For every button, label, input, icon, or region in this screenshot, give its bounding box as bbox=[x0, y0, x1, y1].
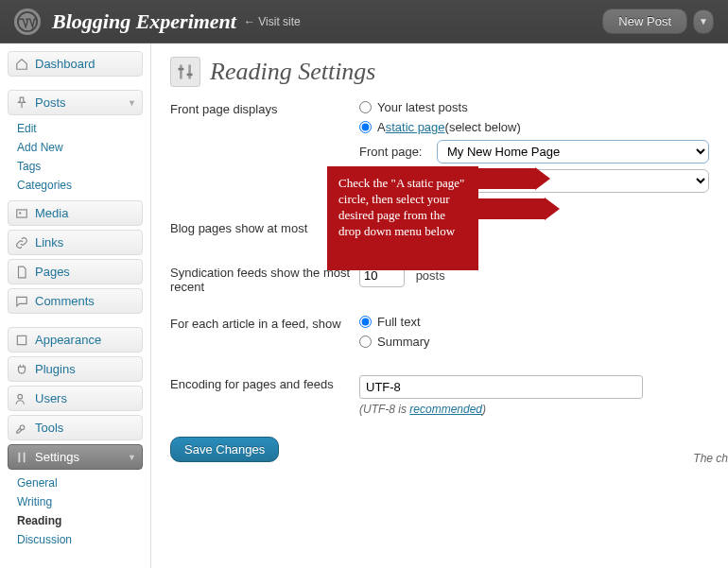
top-bar: Blogging Experiment ← Visit site New Pos… bbox=[0, 0, 728, 43]
radio-label-suffix: (select below) bbox=[445, 120, 521, 134]
annotation-arrow-icon bbox=[478, 168, 535, 189]
tools-icon bbox=[14, 422, 29, 435]
radio-static-page-input[interactable] bbox=[359, 121, 372, 133]
pin-icon bbox=[14, 96, 29, 110]
radio-static-page[interactable]: A static page (select below) bbox=[359, 120, 709, 134]
sidebar-item-comments[interactable]: Comments bbox=[8, 288, 143, 314]
submenu-general[interactable]: General bbox=[13, 473, 143, 492]
sidebar-item-settings[interactable]: Settings ▼ bbox=[8, 444, 143, 470]
users-icon bbox=[14, 392, 29, 405]
wordpress-logo-icon bbox=[14, 9, 41, 35]
radio-latest-posts[interactable]: Your latest posts bbox=[359, 100, 709, 114]
label-front-page: Front page: bbox=[359, 145, 437, 159]
posts-suffix: posts bbox=[416, 268, 445, 283]
sidebar-item-label: Posts bbox=[35, 95, 66, 110]
svg-point-2 bbox=[19, 212, 21, 214]
radio-label: Your latest posts bbox=[377, 100, 468, 114]
link-icon bbox=[14, 236, 29, 250]
svg-rect-8 bbox=[188, 65, 191, 79]
radio-latest-posts-input[interactable] bbox=[359, 101, 372, 113]
sliders-icon bbox=[170, 57, 200, 87]
label-front-page-displays: Front page displays bbox=[170, 100, 359, 116]
sidebar-item-media[interactable]: Media bbox=[8, 200, 143, 226]
home-icon bbox=[14, 58, 29, 71]
sidebar-item-pages[interactable]: Pages bbox=[8, 259, 143, 284]
new-post-button[interactable]: New Post bbox=[602, 9, 687, 34]
sidebar-item-links[interactable]: Links bbox=[8, 230, 143, 255]
sidebar-item-label: Plugins bbox=[35, 362, 76, 376]
svg-rect-7 bbox=[180, 65, 182, 79]
plugin-icon bbox=[14, 363, 29, 376]
sidebar-item-appearance[interactable]: Appearance bbox=[8, 327, 143, 353]
submenu-categories[interactable]: Categories bbox=[13, 176, 143, 195]
page-icon bbox=[14, 266, 29, 279]
site-title[interactable]: Blogging Experiment bbox=[52, 9, 236, 34]
svg-rect-6 bbox=[24, 452, 26, 462]
sidebar-item-label: Links bbox=[35, 235, 63, 250]
submenu-add-new[interactable]: Add New bbox=[13, 138, 143, 157]
radio-label-prefix: A bbox=[377, 120, 386, 134]
sidebar-item-label: Media bbox=[35, 206, 68, 220]
sidebar-item-label: Pages bbox=[35, 265, 70, 279]
submenu-discussion[interactable]: Discussion bbox=[13, 530, 143, 549]
front-page-select[interactable]: My New Home Page bbox=[437, 140, 709, 164]
sidebar-item-label: Dashboard bbox=[35, 57, 95, 71]
radio-full-text-input[interactable] bbox=[359, 316, 372, 328]
sidebar-item-tools[interactable]: Tools bbox=[8, 415, 143, 440]
sidebar-item-label: Appearance bbox=[35, 333, 101, 347]
encoding-input[interactable] bbox=[359, 375, 643, 399]
svg-rect-9 bbox=[179, 68, 184, 71]
sidebar-item-label: Comments bbox=[35, 294, 95, 308]
appearance-icon bbox=[14, 334, 29, 347]
sidebar-item-label: Tools bbox=[35, 421, 63, 435]
visit-site-link[interactable]: ← Visit site bbox=[244, 15, 301, 28]
radio-label: Summary bbox=[377, 335, 430, 349]
main-content: Reading Settings Front page displays You… bbox=[151, 43, 728, 568]
comment-icon bbox=[14, 295, 29, 308]
page-title: Reading Settings bbox=[210, 58, 375, 86]
admin-sidebar: Dashboard Posts ▼ Edit Add New Tags Cate… bbox=[0, 43, 151, 568]
radio-summary[interactable]: Summary bbox=[359, 335, 709, 349]
settings-submenu: General Writing Reading Discussion bbox=[13, 473, 143, 549]
save-changes-button[interactable]: Save Changes bbox=[170, 437, 279, 462]
sidebar-item-label: Settings bbox=[35, 450, 79, 464]
radio-label: Full text bbox=[377, 315, 421, 329]
svg-rect-5 bbox=[19, 452, 21, 462]
svg-rect-1 bbox=[17, 209, 27, 216]
recommended-link[interactable]: recommended bbox=[409, 403, 482, 416]
static-page-link[interactable]: static page bbox=[386, 120, 445, 134]
svg-rect-10 bbox=[187, 74, 193, 77]
media-icon bbox=[14, 207, 29, 220]
posts-submenu: Edit Add New Tags Categories bbox=[13, 119, 143, 195]
encoding-hint: (UTF-8 is recommended) bbox=[359, 403, 709, 416]
annotation-callout: Check the "A static page" circle, then s… bbox=[327, 166, 478, 270]
submenu-edit[interactable]: Edit bbox=[13, 119, 143, 138]
radio-full-text[interactable]: Full text bbox=[359, 315, 709, 329]
svg-rect-3 bbox=[17, 336, 26, 344]
label-for-each-article: For each article in a feed, show bbox=[170, 315, 359, 331]
chevron-down-icon: ▼ bbox=[128, 98, 136, 108]
sidebar-item-label: Users bbox=[35, 391, 67, 405]
chevron-down-icon: ▼ bbox=[128, 453, 136, 462]
sidebar-item-plugins[interactable]: Plugins bbox=[8, 356, 143, 382]
annotation-arrow-icon bbox=[478, 198, 545, 219]
settings-icon bbox=[14, 451, 29, 464]
new-post-dropdown[interactable]: ▼ bbox=[693, 9, 714, 34]
submenu-writing[interactable]: Writing bbox=[13, 492, 143, 511]
sidebar-item-dashboard[interactable]: Dashboard bbox=[8, 51, 143, 77]
sidebar-item-users[interactable]: Users bbox=[8, 386, 143, 411]
radio-summary-input[interactable] bbox=[359, 336, 372, 348]
sidebar-item-posts[interactable]: Posts ▼ bbox=[8, 90, 143, 115]
submenu-reading[interactable]: Reading bbox=[13, 511, 143, 530]
label-encoding: Encoding for pages and feeds bbox=[170, 375, 359, 391]
submenu-tags[interactable]: Tags bbox=[13, 157, 143, 176]
truncated-text: The ch bbox=[693, 452, 728, 465]
svg-point-4 bbox=[18, 394, 23, 399]
